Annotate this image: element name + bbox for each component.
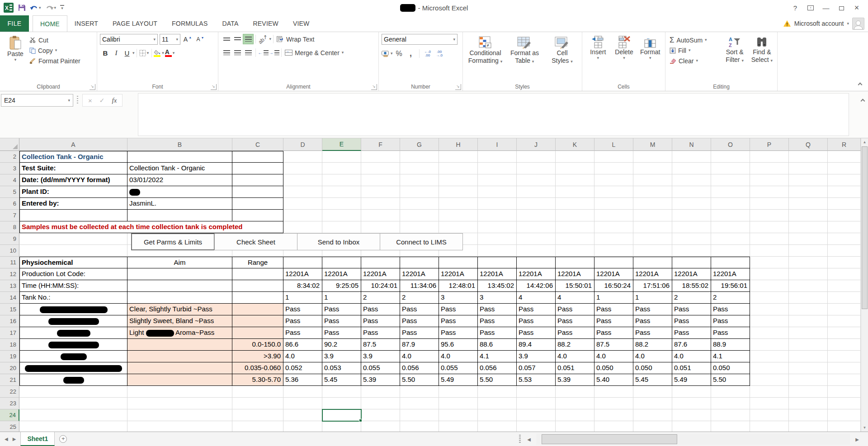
horizontal-scroll-thumb[interactable] (542, 434, 677, 444)
cell-D22[interactable] (283, 386, 322, 398)
cell-J19[interactable]: 3.9 (517, 351, 556, 362)
row-header-15[interactable]: 15 (0, 304, 19, 315)
cell-C13[interactable] (232, 280, 283, 292)
cell-J12[interactable]: 12201A (517, 268, 556, 280)
cell-K3[interactable] (556, 163, 594, 174)
column-header-I[interactable]: I (478, 138, 517, 151)
column-header-J[interactable]: J (517, 138, 556, 151)
cell-B20[interactable] (127, 362, 232, 374)
cell-C24[interactable] (232, 409, 283, 421)
cell-Q17[interactable] (789, 327, 828, 339)
delete-cells-button[interactable]: Delete▾ (611, 34, 637, 83)
cell-A24[interactable] (19, 409, 127, 421)
cell-F8[interactable] (361, 221, 400, 233)
cell-D12[interactable]: 12201A (283, 268, 322, 280)
cell-I15[interactable]: Pass (478, 304, 517, 315)
cell-H5[interactable] (439, 186, 478, 198)
cell-N5[interactable] (672, 186, 711, 198)
cell-O8[interactable] (711, 221, 750, 233)
cell-K10[interactable] (556, 245, 594, 257)
middle-align-button[interactable] (232, 34, 243, 44)
cell-P16[interactable] (750, 315, 789, 327)
row-header-20[interactable]: 20 (0, 362, 19, 374)
cell-O13[interactable]: 19:56:01 (711, 280, 750, 292)
cell-C12[interactable] (232, 268, 283, 280)
account-area[interactable]: Microsoft account ▾ (783, 15, 864, 32)
tab-insert[interactable]: INSERT (67, 15, 105, 32)
cell-E2[interactable] (322, 151, 361, 163)
cell-I22[interactable] (478, 386, 517, 398)
grow-font-button[interactable]: A▲ (182, 34, 193, 45)
row-header-4[interactable]: 4 (0, 174, 19, 186)
cell-I4[interactable] (478, 174, 517, 186)
cell-styles-button[interactable]: Cell Styles ▾ (544, 34, 580, 83)
top-align-button[interactable] (221, 34, 232, 44)
cell-H17[interactable]: Pass (439, 327, 478, 339)
insert-cells-button[interactable]: Insert▾ (585, 34, 611, 83)
cell-G6[interactable] (400, 198, 439, 210)
cell-F7[interactable] (361, 210, 400, 221)
cell-M10[interactable] (633, 245, 672, 257)
percent-style-button[interactable]: % (394, 48, 405, 59)
minimize-button[interactable]: — (819, 2, 833, 14)
cell-G19[interactable]: 4.0 (400, 351, 439, 362)
cell-H19[interactable]: 4.0 (439, 351, 478, 362)
cell-B17[interactable]: Light Aroma~Pass (127, 327, 232, 339)
cell-P19[interactable] (750, 351, 789, 362)
align-left-button[interactable] (221, 47, 232, 58)
row-header-10[interactable]: 10 (0, 245, 19, 257)
cell-Q4[interactable] (789, 174, 828, 186)
cell-G22[interactable] (400, 386, 439, 398)
cell-I11[interactable] (478, 257, 517, 268)
row-header-18[interactable]: 18 (0, 339, 19, 351)
cell-F16[interactable]: Pass (361, 315, 400, 327)
tab-review[interactable]: REVIEW (246, 15, 286, 32)
cell-P23[interactable] (750, 398, 789, 409)
scroll-up-icon[interactable]: ▲ (861, 138, 868, 146)
cell-R23[interactable] (828, 398, 861, 409)
cell-Q16[interactable] (789, 315, 828, 327)
paste-button[interactable]: Paste ▾ (3, 34, 28, 83)
cell-O18[interactable]: 88.9 (711, 339, 750, 351)
cell-N3[interactable] (672, 163, 711, 174)
cell-D8[interactable] (283, 221, 322, 233)
row-header-14[interactable]: 14 (0, 292, 19, 304)
cell-I8[interactable] (478, 221, 517, 233)
row-header-13[interactable]: 13 (0, 280, 19, 292)
cell-J9[interactable] (517, 233, 556, 245)
cell-L16[interactable]: Pass (594, 315, 633, 327)
cell-N8[interactable] (672, 221, 711, 233)
cell-M22[interactable] (633, 386, 672, 398)
cell-N18[interactable]: 87.6 (672, 339, 711, 351)
cell-H11[interactable] (439, 257, 478, 268)
cell-G20[interactable]: 0.056 (400, 362, 439, 374)
cell-A23[interactable] (19, 398, 127, 409)
form-button-check-sheet[interactable]: Check Sheet (214, 233, 297, 250)
vertical-scroll-thumb[interactable] (862, 146, 868, 309)
cell-Q25[interactable] (789, 421, 828, 432)
cell-O9[interactable] (711, 233, 750, 245)
cell-P6[interactable] (750, 198, 789, 210)
cell-D20[interactable]: 0.052 (283, 362, 322, 374)
excel-logo-icon[interactable]: X (4, 3, 14, 13)
cell-M9[interactable] (633, 233, 672, 245)
cell-E20[interactable]: 0.053 (322, 362, 361, 374)
cell-E14[interactable]: 1 (322, 292, 361, 304)
cell-O21[interactable]: 5.50 (711, 374, 750, 386)
vertical-scrollbar[interactable]: ▲ ▼ (861, 138, 868, 432)
cell-H2[interactable] (439, 151, 478, 163)
cell-P18[interactable] (750, 339, 789, 351)
cell-Q20[interactable] (789, 362, 828, 374)
merge-center-button[interactable]: ↔ Merge & Center▾ (283, 47, 345, 58)
cell-B7[interactable] (127, 210, 232, 221)
row-header-19[interactable]: 19 (0, 351, 19, 362)
cell-C7[interactable] (232, 210, 283, 221)
cell-C17[interactable] (232, 327, 283, 339)
cell-A14[interactable]: Tank No.: (19, 292, 127, 304)
cell-M13[interactable]: 17:51:06 (633, 280, 672, 292)
cell-O7[interactable] (711, 210, 750, 221)
cell-E3[interactable] (322, 163, 361, 174)
cell-D18[interactable]: 86.6 (283, 339, 322, 351)
bottom-align-button[interactable] (243, 34, 254, 44)
cell-C19[interactable]: >3.90 (232, 351, 283, 362)
